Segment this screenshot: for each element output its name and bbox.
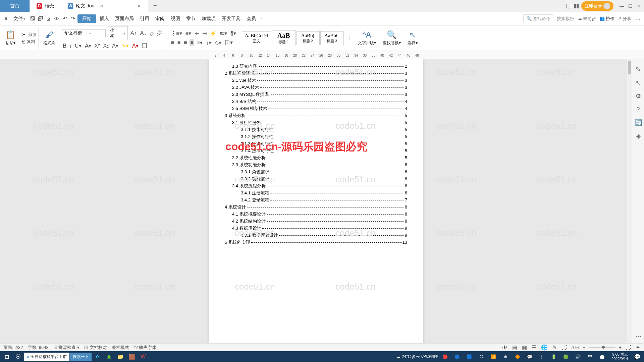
toc-entry[interactable]: 3.2 系统性能分析5 xyxy=(225,155,407,161)
menu-3[interactable]: 引用 xyxy=(137,14,152,23)
cut-button[interactable]: ✂剪切 xyxy=(22,32,36,38)
menu-2[interactable]: 页面布局 xyxy=(112,14,137,23)
tab-home[interactable]: 首页 xyxy=(0,0,30,12)
menu-5[interactable]: 视图 xyxy=(168,14,183,23)
menu-0[interactable]: 开始 xyxy=(77,14,96,23)
shading-icon[interactable]: ◇▾ xyxy=(214,39,222,47)
bt-icon[interactable]: ᛒ xyxy=(536,352,547,361)
tray7-icon[interactable]: 💬 xyxy=(524,352,535,361)
subscript-icon[interactable]: X₂ xyxy=(103,42,110,50)
explorer-icon[interactable]: 📁 xyxy=(115,352,126,361)
menu-9[interactable]: 会员 xyxy=(244,14,259,23)
tray10-icon[interactable]: ⬤ xyxy=(597,352,607,361)
unsync-button[interactable]: ☁ 未同步 xyxy=(578,16,596,22)
read-view-icon[interactable]: ▤ xyxy=(512,344,518,351)
toc-entry[interactable]: 4.3 数据库设计9 xyxy=(225,225,407,231)
toc-entry[interactable]: 3.1.2 操作可行性5 xyxy=(225,134,407,140)
style-more-icon[interactable]: ⋮ xyxy=(346,34,353,42)
font-color-icon[interactable]: A▾ xyxy=(131,42,139,50)
align-left-icon[interactable]: ≡ xyxy=(170,39,174,46)
show-marks-icon[interactable]: ¶▾ xyxy=(230,29,237,37)
font-size-select[interactable]: 小初▾ xyxy=(108,26,128,40)
share-button[interactable]: ↗ 分享 xyxy=(618,16,631,22)
toc-entry[interactable]: 3.4.2 登录流程7 xyxy=(225,197,407,203)
paste-button[interactable]: 📋粘贴▾ xyxy=(3,30,17,46)
clock[interactable]: 9:08 周三2022/9/14 xyxy=(609,352,631,361)
shrink-font-icon[interactable]: A↓ xyxy=(140,29,147,37)
outline-view-icon[interactable]: ☰ xyxy=(531,344,537,351)
tab-docell[interactable]: D稻壳 xyxy=(30,0,61,12)
increase-indent-icon[interactable]: ⇥ xyxy=(202,29,207,37)
apps-icon[interactable] xyxy=(574,4,579,8)
login-button[interactable]: 立即登录 xyxy=(581,1,613,11)
style-2[interactable]: AaBb(标题 2 xyxy=(296,31,320,45)
menu-1[interactable]: 插入 xyxy=(97,14,112,23)
new-tab-button[interactable]: + xyxy=(148,2,162,9)
toc-entry[interactable]: 2.2 JAVA 技术3 xyxy=(225,84,407,90)
cortana-icon[interactable]: ⦿ xyxy=(13,352,23,361)
align-center-icon[interactable]: ≡ xyxy=(177,39,181,46)
select-button[interactable]: ↖选择▾ xyxy=(406,30,420,46)
decrease-indent-icon[interactable]: ⇤ xyxy=(194,29,200,37)
bullets-icon[interactable]: ⋮≡▾ xyxy=(170,29,182,37)
file-menu[interactable]: 文件▾ xyxy=(11,14,28,23)
toc-entry[interactable]: 4.3.1 数据库表设计9 xyxy=(225,232,407,238)
page-view-icon[interactable]: ▦ xyxy=(521,344,528,351)
toc-entry[interactable]: 3.3 系统功能分析6 xyxy=(225,162,407,168)
justify-icon[interactable]: ≡ xyxy=(190,39,194,46)
highlight-icon[interactable]: ✎▾ xyxy=(121,42,129,50)
browser-icon[interactable]: ◉ xyxy=(104,352,114,361)
zoom-in-icon[interactable]: + xyxy=(619,345,622,350)
start-button[interactable]: ⊞ xyxy=(1,352,12,361)
toc-entry[interactable]: 4 系统设计8 xyxy=(225,204,407,210)
ie-icon[interactable]: e xyxy=(92,352,103,361)
tab-icon[interactable]: ↹▾ xyxy=(219,29,228,37)
vertical-scrollbar[interactable] xyxy=(627,59,632,343)
command-search[interactable]: 🔍 查找命令 xyxy=(523,14,553,23)
tray1-icon[interactable]: 🔴 xyxy=(440,352,450,361)
best-fit-icon[interactable]: ✦ xyxy=(635,344,641,351)
font-family-select[interactable]: 华文行楷▾ xyxy=(62,29,106,37)
preview-icon[interactable]: 👁 xyxy=(53,15,60,22)
diamond-icon[interactable]: ◈ xyxy=(636,132,641,140)
document-canvas[interactable]: 1.3 研究内容22 系统开发环境32.1 vue 技术32.2 JAVA 技术… xyxy=(0,59,632,343)
save-icon[interactable]: 🖫 xyxy=(29,15,36,22)
settings-slider-icon[interactable]: ⚙ xyxy=(636,93,641,100)
borders-icon[interactable]: 田▾ xyxy=(224,39,233,47)
zoom-slider[interactable] xyxy=(589,347,615,348)
menu-7[interactable]: 加载项 xyxy=(199,14,218,23)
close-icon[interactable]: ✕ xyxy=(137,3,141,9)
toc-entry[interactable]: 3.1 可行性分析5 xyxy=(225,120,407,126)
style-3[interactable]: AaBbC标题 3 xyxy=(320,31,344,45)
tray2-icon[interactable]: 🔵 xyxy=(452,352,463,361)
sort-icon[interactable]: ⚡ xyxy=(209,29,217,37)
missing-font[interactable]: ᵀ? 缺失字体 xyxy=(134,345,157,351)
pointer-tool-icon[interactable]: ↖ xyxy=(636,79,641,86)
close-window-icon[interactable]: ✕ xyxy=(637,3,641,9)
volume-icon[interactable]: 🔊 xyxy=(573,352,583,361)
toc-entry[interactable]: 2.5 SSM 框架技术4 xyxy=(225,106,407,112)
superscript-icon[interactable]: X² xyxy=(94,42,101,50)
translate-icon[interactable]: 🔄 xyxy=(635,119,642,126)
spellcheck-button[interactable]: ☑ 拼写检查 ▾ xyxy=(53,345,79,351)
print-icon[interactable]: 🖨 xyxy=(45,15,52,22)
more-menu-icon[interactable]: › xyxy=(261,17,262,20)
fullscreen-icon[interactable]: ⛶ xyxy=(625,344,632,351)
italic-icon[interactable]: I xyxy=(69,42,72,50)
menu-6[interactable]: 章节 xyxy=(183,14,198,23)
compat-mode[interactable]: 兼容模式 xyxy=(112,345,129,351)
weather-widget[interactable]: ☁ 24°C 多云 xyxy=(396,354,420,360)
eye-icon[interactable]: 👁 xyxy=(501,344,508,351)
minimize-icon[interactable]: — xyxy=(620,3,624,9)
toc-entry[interactable]: 3.3.1 角色需求6 xyxy=(225,169,407,175)
style-0[interactable]: AaBbCcDd正文 xyxy=(242,31,271,45)
layout-icon[interactable] xyxy=(567,4,571,8)
tray3-icon[interactable]: 🟦 xyxy=(464,352,475,361)
copy-button[interactable]: ⎘复制 xyxy=(22,39,36,45)
toc-entry[interactable]: 1.3 研究内容2 xyxy=(225,63,407,69)
tray6-icon[interactable]: 🔶 xyxy=(512,352,523,361)
toc-entry[interactable]: 3.1.1 技术可行性5 xyxy=(225,127,407,133)
toc-entry[interactable]: 3 系统分析5 xyxy=(225,113,407,119)
menu-8[interactable]: 开发工具 xyxy=(219,14,243,23)
strike-icon[interactable]: A̶▾ xyxy=(84,42,92,50)
